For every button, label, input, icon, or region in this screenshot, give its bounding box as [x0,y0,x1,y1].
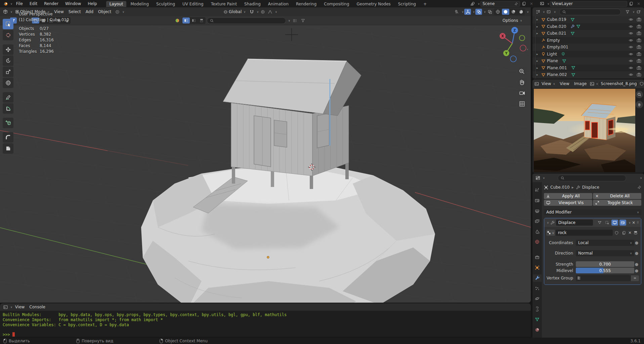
tab-constraints[interactable] [533,305,542,313]
tool-measure[interactable] [3,103,13,114]
breadcrumb-modifier[interactable]: Displace [582,185,599,190]
blender-logo-icon[interactable] [2,1,9,7]
hide-eye-icon[interactable] [629,72,633,77]
texture-fake-user-shield-icon[interactable] [613,230,620,236]
workspace-tab-sculpting[interactable]: Sculpting [153,1,178,7]
console-menu-view[interactable]: View [13,304,27,310]
modifier-name-field[interactable]: Displace [556,220,593,226]
tab-material[interactable] [533,326,542,334]
tool-move[interactable] [3,44,13,55]
overlays-chevron-icon[interactable]: ∨ [484,10,486,13]
gizmo-chevron-icon[interactable]: ∨ [473,10,475,13]
texture-name-field[interactable]: rock [556,230,613,236]
expand-arrow-icon[interactable]: ▸ [536,52,540,56]
animate-dot-icon[interactable]: ● [634,268,639,273]
hide-eye-icon[interactable] [629,66,633,70]
panel-expand-chevron-icon[interactable]: ∨ [547,221,549,224]
disable-render-camera-icon[interactable] [637,59,641,63]
tab-render[interactable] [533,197,542,204]
browse-image-icon[interactable] [590,81,594,87]
image-zoom-button[interactable] [636,91,643,98]
outliner-item-empty001[interactable]: Empty.001 [532,44,644,51]
outliner-display-mode-icon[interactable] [534,9,541,15]
pivot-chevron-icon[interactable]: ∨ [122,10,124,13]
direction-dropdown[interactable]: Normal∨ [576,250,634,256]
python-console[interactable]: ∨ View Console Builtin Modules: bpy, bpy… [0,303,531,337]
disable-render-camera-icon[interactable] [637,45,641,49]
editor-type-3d-icon[interactable] [2,9,9,15]
scene-icon[interactable] [469,1,476,7]
pin-icon[interactable] [637,185,641,189]
hide-eye-icon[interactable] [629,24,633,29]
workspace-tab-layout[interactable]: Layout [106,1,127,7]
mirror-y-icon[interactable] [190,17,198,24]
rendered-image[interactable] [534,89,635,172]
workspace-tab-uv-editing[interactable]: UV Editing [179,1,207,7]
menu-edit[interactable]: Edit [27,1,40,7]
tool-add-cube[interactable] [3,118,13,128]
vertex-group-field[interactable] [576,275,631,281]
midlevel-slider[interactable]: 0.555 [576,268,634,273]
menu-render[interactable]: Render [41,1,61,7]
tool-funnel-icon[interactable] [300,17,306,24]
tab-modifiers[interactable] [533,274,542,282]
coordinates-dropdown[interactable]: Local∨ [576,240,634,246]
tab-object-data[interactable] [533,316,542,323]
workspace-tab-animation[interactable]: Animation [265,1,292,7]
console-menu-console[interactable]: Console [27,304,47,310]
workspace-tab-geometry-nodes[interactable]: Geometry Nodes [353,1,394,7]
tab-scene[interactable] [533,228,542,235]
tab-object[interactable] [533,264,542,271]
mirror-x-icon[interactable] [182,17,190,24]
menu-file[interactable]: File [13,1,26,7]
mirror-z-icon[interactable] [198,17,205,24]
viewport-3d[interactable]: ∨ Object Mode∨ View Select Add Object ∨ … [0,7,531,303]
image-menu-image[interactable]: Image [572,81,589,87]
image-mode-selector[interactable]: View∨ [540,81,557,87]
viewport-ortho-toggle-button[interactable] [518,100,526,108]
strength-slider[interactable]: 0.700 [576,261,634,267]
tab-collection[interactable] [533,254,542,261]
tool-search-input[interactable] [207,17,286,24]
drag-handle-icon[interactable]: ⠿ [637,221,639,224]
falloff-curve-icon[interactable] [267,9,273,15]
tab-output[interactable] [533,207,542,215]
show-render-toggle-icon[interactable] [619,220,626,226]
viewlayer-chevron-icon[interactable]: ∨ [547,2,549,5]
expand-arrow-icon[interactable]: ▸ [536,66,540,70]
disable-render-camera-icon[interactable] [637,52,641,56]
scene-chevron-icon[interactable]: ∨ [478,2,480,5]
shading-material-icon[interactable] [510,9,517,15]
shading-wireframe-icon[interactable] [494,9,502,15]
expand-arrow-icon[interactable]: ▸ [536,73,540,76]
new-collection-icon[interactable] [635,9,642,15]
tab-world[interactable] [533,238,542,246]
animate-dot-icon[interactable]: ● [634,262,639,267]
show-viewport-toggle-icon[interactable] [611,220,618,226]
gizmo-y-neg-axis[interactable] [519,35,525,41]
add-modifier-dropdown[interactable]: Add Modifier ∨ [544,209,641,215]
texture-copy-icon[interactable] [621,230,628,236]
snap-toggle-icon[interactable] [248,9,255,15]
falloff-sphere-icon[interactable] [174,17,181,24]
transform-pivot-icon[interactable] [114,9,121,15]
apply-all-button[interactable]: Apply All [544,193,592,199]
tab-physics[interactable] [533,295,542,303]
properties-editor-chevron-icon[interactable]: ∨ [543,177,545,180]
delete-all-button[interactable]: × Delete All [593,193,641,199]
hide-eye-icon[interactable] [629,59,633,63]
console-editor-chevron-icon[interactable]: ∨ [10,306,12,309]
navigation-gizmo[interactable]: Z X Y [494,26,531,113]
expand-arrow-icon[interactable]: ▸ [536,59,540,63]
scene-copy-icon[interactable] [521,1,527,7]
viewport-vis-button[interactable]: Viewport Vis [544,200,592,206]
tab-particles[interactable] [533,285,542,292]
tool-list-icon[interactable] [292,17,298,24]
pin-icon[interactable] [514,2,518,6]
tool-transform[interactable] [3,78,13,88]
disable-render-camera-icon[interactable] [637,24,641,29]
hide-eye-icon[interactable] [629,17,633,22]
viewlayer-name-field[interactable]: ViewLayer [550,1,627,7]
edit-mode-toggle-icon[interactable] [597,220,603,226]
image-pan-hand-button[interactable] [636,101,643,108]
